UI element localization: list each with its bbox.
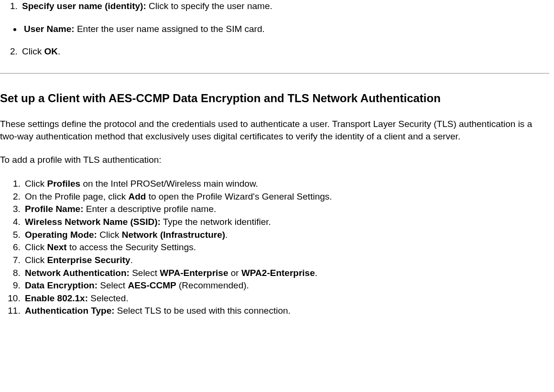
step-7: Click Enterprise Security. [23,254,549,266]
step-8-bold2: WPA-Enterprise [160,268,228,278]
step-3-bold: Profile Name: [25,204,83,214]
step-9-post: (Recommended). [176,280,249,290]
step-5-post: . [225,230,228,240]
step-5-mid: Click [97,230,122,240]
step-2-bold: Add [129,191,146,201]
step-6-pre: Click [25,242,47,252]
user-name-label: User Name: [24,24,75,34]
step-4-post: Type the network identifier. [161,217,271,227]
step-9: Data Encryption: Select AES-CCMP (Recomm… [23,279,549,292]
user-name-text: Enter the user name assigned to the SIM … [75,24,265,34]
step-5-bold2: Network (Infrastructure) [122,230,225,240]
lead-paragraph: To add a profile with TLS authentication… [0,154,549,166]
step-8-mid2: or [228,268,241,278]
steps-list: Click Profiles on the Intel PROSet/Wirel… [0,178,549,317]
step-1-post: on the Intel PROSet/Wireless main window… [80,179,258,189]
step-1-bold: Profiles [47,179,80,189]
specify-identity-text: Click to specify the user name. [146,1,272,11]
step-10-post: Selected. [88,293,129,303]
step-7-post: . [130,255,133,265]
step-6-bold: Next [47,242,66,252]
step-2-pre: On the Profile page, click [25,191,129,201]
step-4-bold: Wireless Network Name (SSID): [25,217,161,227]
step-5-bold: Operating Mode: [25,230,97,240]
step-11-bold: Authentication Type: [25,306,115,316]
section-divider [0,73,549,74]
step-3-post: Enter a descriptive profile name. [83,204,216,214]
step-2-post: to open the Profile Wizard's General Set… [146,191,332,201]
step-11: Authentication Type: Select TLS to be us… [23,305,549,317]
top-list-item-2: Click OK. [20,45,549,58]
top-bullet-list: User Name: Enter the user name assigned … [10,23,549,35]
step-2: On the Profile page, click Add to open t… [23,191,549,203]
intro-paragraph: These settings define the protocol and t… [0,118,549,142]
click-ok-pre: Click [22,46,44,56]
step-10-bold: Enable 802.1x: [25,293,88,303]
step-8: Network Authentication: Select WPA-Enter… [23,267,549,279]
top-list-item-1: Specify user name (identity): Click to s… [20,0,549,35]
click-ok-post: . [58,46,60,56]
step-9-bold2: AES-CCMP [128,280,176,290]
step-1: Click Profiles on the Intel PROSet/Wirel… [23,178,549,190]
step-9-bold: Data Encryption: [25,280,98,290]
ok-label: OK [44,46,58,56]
step-8-post: . [315,268,317,278]
step-11-post: Select TLS to be used with this connecti… [115,306,291,316]
step-8-mid1: Select [130,268,160,278]
step-7-pre: Click [25,255,47,265]
step-7-bold: Enterprise Security [47,255,130,265]
specify-identity-label: Specify user name (identity): [22,1,146,11]
step-5: Operating Mode: Click Network (Infrastru… [23,229,549,241]
section-heading: Set up a Client with AES-CCMP Data Encry… [0,91,549,106]
step-6: Click Next to access the Security Settin… [23,241,549,254]
step-8-bold3: WPA2-Enterprise [241,268,315,278]
top-ordered-list: Specify user name (identity): Click to s… [0,0,549,58]
step-4: Wireless Network Name (SSID): Type the n… [23,216,549,228]
step-9-mid: Select [98,280,128,290]
step-6-post: to access the Security Settings. [67,242,196,252]
step-10: Enable 802.1x: Selected. [23,292,549,305]
step-3: Profile Name: Enter a descriptive profil… [23,203,549,215]
step-8-bold: Network Authentication: [25,268,130,278]
step-1-pre: Click [25,179,47,189]
user-name-bullet: User Name: Enter the user name assigned … [22,23,549,35]
